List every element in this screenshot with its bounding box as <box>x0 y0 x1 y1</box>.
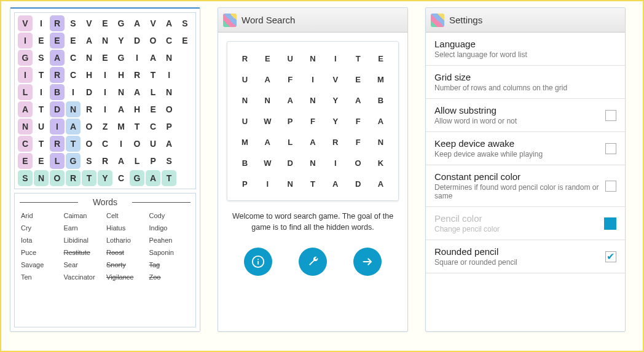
checkbox[interactable] <box>605 181 616 192</box>
grid-cell[interactable]: A <box>145 170 161 187</box>
grid-cell[interactable]: H <box>129 101 145 118</box>
grid-cell[interactable]: O <box>129 135 145 152</box>
grid-cell[interactable]: S <box>65 15 81 32</box>
grid-cell[interactable]: L <box>145 84 161 101</box>
grid-cell[interactable]: I <box>97 101 113 118</box>
grid-cell[interactable]: T <box>33 101 49 118</box>
grid-cell[interactable]: I <box>49 118 65 135</box>
grid-cell[interactable]: I <box>129 49 145 66</box>
grid-cell[interactable]: T <box>81 170 97 187</box>
grid-cell[interactable]: S <box>81 152 97 170</box>
grid-cell[interactable]: Z <box>97 118 113 135</box>
grid-cell[interactable]: G <box>113 15 129 32</box>
grid-cell[interactable]: G <box>17 49 33 66</box>
grid-cell[interactable]: A <box>129 84 145 101</box>
grid-cell[interactable]: O <box>81 135 97 152</box>
grid-cell[interactable]: N <box>161 84 177 101</box>
grid-cell[interactable]: E <box>33 152 49 170</box>
grid-cell[interactable]: C <box>65 66 81 84</box>
grid-cell[interactable]: A <box>161 135 177 152</box>
grid-cell[interactable]: E <box>65 32 81 49</box>
grid-cell[interactable]: N <box>113 84 129 101</box>
grid-cell[interactable]: B <box>49 84 65 101</box>
grid-cell[interactable]: I <box>113 135 129 152</box>
grid-cell[interactable] <box>177 66 193 84</box>
grid-cell[interactable]: P <box>145 152 161 170</box>
grid-cell[interactable]: T <box>129 118 145 135</box>
grid-cell[interactable]: N <box>33 170 49 187</box>
checkbox[interactable] <box>605 110 616 121</box>
grid-cell[interactable]: H <box>113 66 129 84</box>
grid-cell[interactable]: O <box>145 32 161 49</box>
settings-item-keep-device-awake[interactable]: Keep device awakeKeep device awake while… <box>426 132 625 165</box>
checkbox[interactable] <box>605 143 616 154</box>
grid-cell[interactable]: U <box>33 118 49 135</box>
grid-cell[interactable] <box>177 49 193 66</box>
grid-cell[interactable]: I <box>33 84 49 101</box>
grid-cell[interactable]: N <box>65 101 81 118</box>
grid-cell[interactable]: R <box>49 66 65 84</box>
grid-cell[interactable]: L <box>17 84 33 101</box>
grid-cell[interactable]: R <box>81 101 97 118</box>
grid-cell[interactable]: C <box>65 49 81 66</box>
grid-cell[interactable]: V <box>17 15 33 32</box>
grid-cell[interactable]: N <box>17 118 33 135</box>
grid-cell[interactable]: D <box>129 32 145 49</box>
grid-cell[interactable]: R <box>97 152 113 170</box>
grid-cell[interactable]: D <box>81 84 97 101</box>
settings-item-pencil-color[interactable]: Pencil colorChange pencil color <box>426 207 625 240</box>
grid-cell[interactable] <box>177 135 193 152</box>
grid-cell[interactable]: R <box>49 135 65 152</box>
grid-cell[interactable]: S <box>33 49 49 66</box>
grid-cell[interactable]: O <box>49 170 65 187</box>
grid-cell[interactable]: A <box>113 101 129 118</box>
grid-cell[interactable]: H <box>81 66 97 84</box>
grid-cell[interactable]: V <box>81 15 97 32</box>
grid-cell[interactable]: U <box>145 135 161 152</box>
grid-cell[interactable]: Y <box>113 32 129 49</box>
settings-item-constant-pencil-color[interactable]: Constant pencil colorDetermines if found… <box>426 165 625 207</box>
grid-cell[interactable]: I <box>161 66 177 84</box>
grid-cell[interactable]: A <box>49 49 65 66</box>
grid-cell[interactable]: V <box>145 15 161 32</box>
grid-cell[interactable]: A <box>145 49 161 66</box>
grid-cell[interactable]: I <box>33 15 49 32</box>
grid-cell[interactable]: T <box>33 66 49 84</box>
grid-cell[interactable] <box>177 84 193 101</box>
grid-cell[interactable]: E <box>49 32 65 49</box>
grid-cell[interactable]: E <box>33 32 49 49</box>
grid-cell[interactable]: G <box>129 170 145 187</box>
grid-cell[interactable]: T <box>161 170 177 187</box>
grid-cell[interactable]: C <box>161 32 177 49</box>
grid-cell[interactable]: R <box>49 15 65 32</box>
settings-item-grid-size[interactable]: Grid sizeNumber of rows and columns on t… <box>426 66 625 99</box>
grid-cell[interactable]: P <box>161 118 177 135</box>
grid-cell[interactable]: N <box>161 49 177 66</box>
grid-cell[interactable]: I <box>17 32 33 49</box>
grid-cell[interactable]: O <box>81 118 97 135</box>
grid-cell[interactable]: E <box>145 101 161 118</box>
grid-cell[interactable]: C <box>145 118 161 135</box>
grid-cell[interactable]: S <box>17 170 33 187</box>
grid-cell[interactable]: G <box>65 152 81 170</box>
grid-cell[interactable]: R <box>129 66 145 84</box>
grid-cell[interactable]: C <box>113 170 129 187</box>
grid-cell[interactable]: E <box>17 152 33 170</box>
grid-cell[interactable]: A <box>17 101 33 118</box>
grid-cell[interactable]: C <box>97 135 113 152</box>
grid-cell[interactable] <box>177 152 193 170</box>
info-button[interactable] <box>244 248 272 276</box>
grid-cell[interactable]: E <box>97 15 113 32</box>
grid-cell[interactable] <box>177 101 193 118</box>
grid-cell[interactable]: T <box>65 135 81 152</box>
grid-cell[interactable]: G <box>113 49 129 66</box>
grid-cell[interactable]: A <box>65 118 81 135</box>
grid-cell[interactable]: L <box>49 152 65 170</box>
grid-cell[interactable]: L <box>129 152 145 170</box>
grid-cell[interactable]: M <box>113 118 129 135</box>
grid-cell[interactable]: A <box>81 32 97 49</box>
grid-cell[interactable]: I <box>97 84 113 101</box>
grid-cell[interactable]: S <box>161 152 177 170</box>
grid-cell[interactable] <box>177 118 193 135</box>
grid-cell[interactable] <box>177 170 193 187</box>
